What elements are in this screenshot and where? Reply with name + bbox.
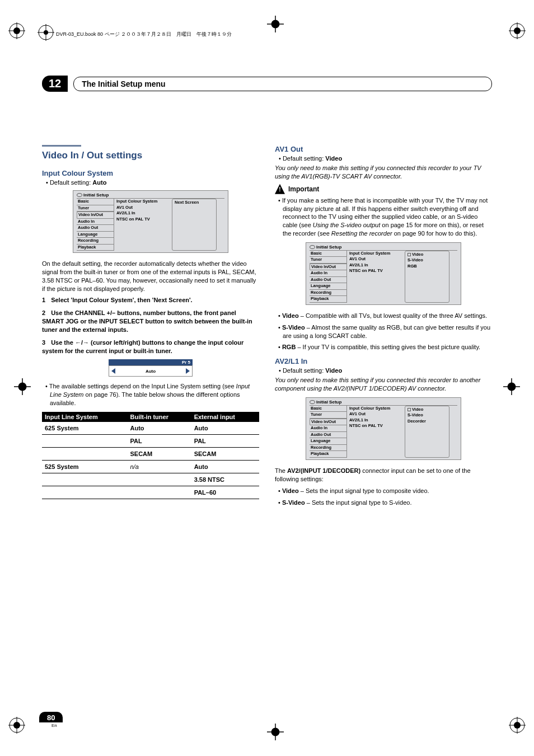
crop-mark	[267, 724, 284, 740]
chapter-bar: 12 The Initial Setup menu	[42, 76, 492, 92]
bullet-text: The available settings depend on the Inp…	[50, 382, 259, 407]
page-number: 80	[39, 712, 63, 722]
default-setting: Default setting: Video	[275, 367, 492, 374]
step-3: 3Use the ←/→ (cursor left/right) buttons…	[42, 339, 259, 355]
onscreen-menu: Initial Setup BasicTunerVideo In/OutAudi…	[306, 242, 461, 305]
options-table: Input Line System Built-in tuner Externa…	[42, 412, 259, 499]
page-language: En	[51, 723, 57, 728]
crop-mark	[8, 717, 25, 734]
crop-mark	[267, 16, 284, 32]
left-arrow-icon	[111, 368, 115, 374]
chapter-number: 12	[42, 76, 68, 92]
bullet-item: S-Video – Sets the input signal type to …	[283, 499, 492, 507]
onscreen-menu: Initial Setup BasicTunerVideo In/OutAudi…	[73, 190, 228, 253]
default-setting: Default setting: Auto	[42, 179, 259, 186]
important-text: If you make a setting here that is incom…	[283, 196, 492, 238]
subsection-heading: Input Colour System	[42, 169, 259, 177]
step-2: 2Use the CHANNEL +/– buttons, number but…	[42, 309, 259, 334]
crop-mark	[503, 378, 520, 395]
note-text: You only need to make this setting if yo…	[275, 376, 492, 393]
header-source-line: DVR-03_EU.book 80 ページ ２００３年７月２８日 月曜日 午後７…	[56, 31, 232, 38]
default-setting: Default setting: Video	[275, 155, 492, 162]
crop-mark	[8, 22, 25, 39]
chapter-title: The Initial Setup menu	[82, 79, 171, 88]
bullet-item: S-Video – Almost the same quality as RGB…	[283, 323, 492, 340]
crop-mark	[509, 717, 526, 734]
onscreen-menu: Initial Setup BasicTunerVideo In/OutAudi…	[306, 397, 461, 460]
note-text: You only need to make this setting if yo…	[275, 164, 492, 181]
warning-icon: !	[275, 184, 285, 194]
crop-mark	[509, 22, 526, 39]
bullet-item: RGB – If your TV is compatible, this set…	[283, 343, 492, 351]
subsection-heading: AV2/L1 In	[275, 357, 492, 365]
bullet-item: Video – Sets the input signal type to co…	[283, 487, 492, 495]
disc-icon	[310, 245, 315, 249]
crop-mark	[14, 378, 31, 395]
left-column: Video In / Out settings Input Colour Sys…	[42, 145, 259, 510]
disc-icon	[310, 400, 315, 404]
important-heading: ! Important	[275, 184, 492, 194]
header-mark-icon	[38, 24, 54, 41]
disc-icon	[77, 193, 82, 197]
right-column: AV1 Out Default setting: Video You only …	[275, 145, 492, 510]
tuner-indicator: Pr 5 Auto	[109, 359, 193, 377]
bullet-item: Video – Compatible with all TVs, but low…	[283, 312, 492, 320]
section-heading: Video In / Out settings	[42, 150, 259, 161]
right-arrow-icon	[186, 368, 190, 374]
paragraph: The AV2/(INPUT 1/DECODER) connector inpu…	[275, 467, 492, 483]
paragraph: On the default setting, the recorder aut…	[42, 260, 259, 293]
step-1: 1Select 'Input Colour System', then 'Nex…	[42, 296, 259, 304]
subsection-heading: AV1 Out	[275, 145, 492, 153]
